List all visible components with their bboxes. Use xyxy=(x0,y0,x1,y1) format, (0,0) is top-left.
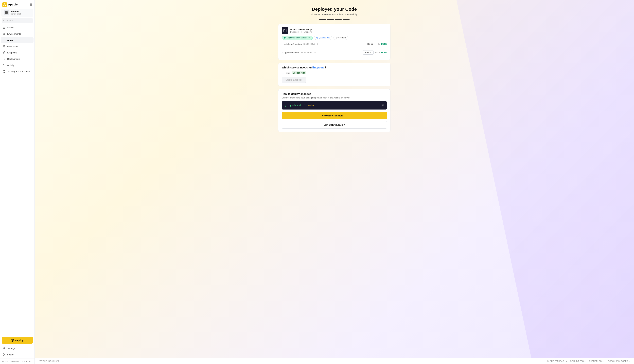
app-icon xyxy=(282,27,288,34)
chevron-deployment-icon[interactable]: ▾ xyxy=(282,52,282,54)
logo-area: Aptible xyxy=(2,2,18,7)
app-subtitle-text: Pending HTTP Endpoint xyxy=(290,31,312,33)
op-left-initial: ▾ Initial configuration ID: 58678950 ⧉ xyxy=(282,43,318,45)
view-environment-button[interactable]: View Environment → xyxy=(282,112,387,119)
docker-cmd-tag: Docker CMD xyxy=(292,72,306,74)
radio-cmd[interactable] xyxy=(282,72,284,74)
progress-dot-4 xyxy=(343,19,350,20)
badge-link[interactable]: youtube-a32 xyxy=(314,36,332,40)
org-user: Kishan Sheth xyxy=(11,13,21,15)
footer-left: APTIBLE, INC. © 2023 xyxy=(39,360,59,362)
op-right-deployment: Re-run 4min DONE xyxy=(363,50,387,54)
org-name: Youtube xyxy=(11,10,21,13)
how-to-subtitle: Commit changes to your local git repo an… xyxy=(282,96,387,99)
radio-label: cmd xyxy=(286,72,290,74)
app-card: amazon-next-app Pending HTTP Endpoint De… xyxy=(278,24,391,60)
changelog-link[interactable]: CHANGELOG ↗ xyxy=(589,360,604,362)
page-subtitle: All done! Deployment completed successfu… xyxy=(278,13,391,16)
support-link[interactable]: SUPPORT xyxy=(10,360,19,362)
globe-icon xyxy=(3,32,6,35)
sidebar-item-databases[interactable]: Databases xyxy=(1,44,34,49)
svg-point-18 xyxy=(4,348,5,348)
deploy-button[interactable]: Deploy xyxy=(2,337,33,344)
databases-label: Databases xyxy=(7,45,18,48)
rerun-deployment-button[interactable]: Re-run xyxy=(363,50,374,54)
sidebar-footer: DOCS SUPPORT INSTALL CLI xyxy=(0,358,35,364)
logout-icon xyxy=(3,353,6,356)
org-icon xyxy=(4,10,9,15)
svg-rect-20 xyxy=(284,29,286,32)
edit-configuration-button[interactable]: Edit Configuration xyxy=(282,121,387,129)
database-icon xyxy=(3,45,6,48)
page-title: Deployed your Code xyxy=(278,6,391,12)
nav-section: Stacks Environments Apps Databases xyxy=(0,24,35,335)
sidebar-item-logout[interactable]: Logout xyxy=(1,352,34,358)
op-deployment-label: App deployment xyxy=(284,51,299,54)
org-block[interactable]: Youtube Kishan Sheth xyxy=(1,8,33,17)
chevron-down-icon: ▾ xyxy=(566,360,567,362)
aptible-logo-icon xyxy=(2,2,7,7)
search-box[interactable] xyxy=(2,18,33,23)
op-initial-time: 3s xyxy=(378,43,380,45)
svg-rect-2 xyxy=(6,12,6,12)
op-deployment-time: 4min xyxy=(375,51,380,54)
create-endpoint-button[interactable]: Create Endpoint xyxy=(282,77,306,83)
progress-dots xyxy=(278,19,391,20)
stacks-label: Stacks xyxy=(7,26,14,29)
upload-cloud-icon xyxy=(3,58,6,60)
sidebar-item-apps[interactable]: Apps xyxy=(1,37,34,43)
legacy-dashboard-link[interactable]: LEGACY DASHBOARD ↗ xyxy=(607,360,630,362)
share-feedback-link[interactable]: SHARE FEEDBACK ▾ xyxy=(547,360,567,362)
sidebar-item-environments[interactable]: Environments xyxy=(1,31,34,37)
globe-small-icon xyxy=(316,37,318,39)
shield-icon xyxy=(3,70,6,73)
progress-dot-3 xyxy=(335,19,342,20)
github-repo-link[interactable]: GITHUB REPO ↗ xyxy=(570,360,586,362)
chevron-initial-icon[interactable]: ▾ xyxy=(282,43,282,45)
sidebar-item-deployments[interactable]: Deployments xyxy=(1,56,34,62)
external-github-icon: ↗ xyxy=(584,360,586,362)
check-icon xyxy=(284,37,286,39)
progress-dot-2 xyxy=(327,19,334,20)
install-cli-link[interactable]: INSTALL CLI xyxy=(22,360,32,362)
sidebar-item-stacks[interactable]: Stacks xyxy=(1,24,34,30)
sidebar: Aptible ☰ Youtube Kishan Sheth Stacks xyxy=(0,0,35,364)
menu-icon[interactable]: ☰ xyxy=(30,3,32,6)
person-icon xyxy=(3,347,6,350)
sidebar-item-activity[interactable]: Activity xyxy=(1,62,34,68)
org-info: Youtube Kishan Sheth xyxy=(11,10,21,15)
copy-initial-icon[interactable]: ⧉ xyxy=(317,43,318,45)
sidebar-header: Aptible ☰ xyxy=(0,0,35,8)
sidebar-item-settings[interactable]: Settings xyxy=(1,345,34,351)
security-compliance-label: Security & Compliance xyxy=(7,70,30,73)
search-icon xyxy=(3,20,5,22)
sidebar-item-endpoints[interactable]: Endpoints xyxy=(1,50,34,56)
op-right-initial: Re-run 3s DONE xyxy=(365,42,387,46)
svg-rect-0 xyxy=(2,2,7,7)
code-block: git push aptible main ⧉ xyxy=(282,101,387,110)
badge-commit: 834d246 xyxy=(334,36,348,40)
op-initial-label: Initial configuration xyxy=(284,43,302,45)
code-copy-icon[interactable]: ⧉ xyxy=(382,104,384,107)
deployments-label: Deployments xyxy=(7,58,20,60)
badge-deployed: Deployed today at 6:24 PM xyxy=(282,36,313,40)
page-heading: Deployed your Code xyxy=(278,6,391,12)
apps-label: Apps xyxy=(7,39,13,42)
activity-label: Activity xyxy=(7,64,14,66)
svg-rect-7 xyxy=(3,27,5,28)
external-legacy-icon: ↗ xyxy=(629,360,630,362)
search-input[interactable] xyxy=(7,19,31,22)
footer-copyright: APTIBLE, INC. © 2023 xyxy=(39,360,59,362)
copy-deployment-icon[interactable]: ⧉ xyxy=(314,51,316,54)
activity-icon xyxy=(3,64,6,67)
endpoint-link[interactable]: Endpoint xyxy=(312,66,324,69)
docs-link[interactable]: DOCS xyxy=(2,360,8,362)
code-text: git push aptible main xyxy=(285,104,314,107)
how-to-title: How to deploy changes xyxy=(282,92,387,96)
rerun-initial-button[interactable]: Re-run xyxy=(365,42,376,46)
code-green-part: git push aptible xyxy=(285,104,307,107)
sidebar-item-security-compliance[interactable]: Security & Compliance xyxy=(1,68,34,74)
svg-rect-4 xyxy=(6,13,6,13)
app-info: amazon-next-app Pending HTTP Endpoint xyxy=(290,28,312,33)
logo-text: Aptible xyxy=(8,3,18,6)
